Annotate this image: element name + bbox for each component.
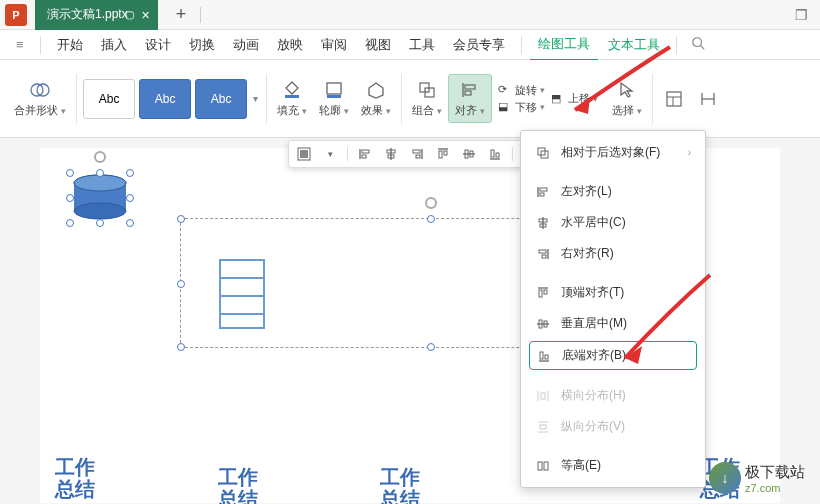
watermark-text: 极下载站 z7.com	[745, 463, 805, 494]
svg-rect-11	[465, 91, 471, 95]
resize-handle[interactable]	[96, 169, 104, 177]
resize-handle[interactable]	[66, 169, 74, 177]
resize-handle[interactable]	[126, 219, 134, 227]
fb-layout-icon[interactable]	[295, 145, 313, 163]
shape-style-1[interactable]: Abc	[83, 79, 135, 119]
divider	[200, 7, 201, 23]
menu-view[interactable]: 视图	[357, 30, 399, 60]
menu-text-tools[interactable]: 文本工具	[600, 30, 668, 60]
align-button[interactable]: 对齐 ▾	[448, 74, 492, 123]
fb-align-top-icon[interactable]	[434, 145, 452, 163]
menu-tools[interactable]: 工具	[401, 30, 443, 60]
resize-handle[interactable]	[126, 194, 134, 202]
dd-align-center-v[interactable]: 垂直居中(M)	[521, 308, 705, 339]
shape-cylinder[interactable]	[70, 173, 130, 223]
fill-button[interactable]: 填充 ▾	[271, 75, 313, 122]
resize-handle[interactable]	[427, 215, 435, 223]
tab-close-icon[interactable]: ×	[142, 7, 150, 23]
dd-align-right[interactable]: 右对齐(R)	[521, 238, 705, 269]
align-icon	[459, 79, 481, 101]
menu-hamburger-icon[interactable]: ≡	[8, 30, 32, 60]
rotate-move-stack: ⟳旋转 ▾ ⬓下移 ▾	[498, 83, 545, 115]
svg-rect-45	[496, 153, 499, 157]
menu-review[interactable]: 审阅	[313, 30, 355, 60]
merge-shapes-icon	[29, 79, 51, 101]
fill-icon	[281, 79, 303, 101]
resize-handle[interactable]	[177, 215, 185, 223]
align-bottom-icon	[536, 348, 552, 364]
dd-equal-height[interactable]: 等高(E)	[521, 450, 705, 481]
move-up-icon: ⬒	[551, 92, 565, 106]
layout-button[interactable]	[657, 84, 691, 114]
svg-rect-66	[545, 355, 548, 359]
watermark: ↓ 极下载站 z7.com	[709, 462, 805, 494]
fb-align-middle-icon[interactable]	[460, 145, 478, 163]
outline-icon	[323, 79, 345, 101]
title-bar: P 演示文稿1.pptx ▢ × + ❐	[0, 0, 820, 30]
text-work-summary-2[interactable]: 工作总结	[218, 466, 258, 504]
menu-transition[interactable]: 切换	[181, 30, 223, 60]
fb-align-left-icon[interactable]	[356, 145, 374, 163]
group-button[interactable]: 组合 ▾	[406, 75, 448, 122]
text-work-summary-1[interactable]: 工作总结	[55, 456, 95, 500]
resize-handle[interactable]	[427, 343, 435, 351]
dd-align-bottom[interactable]: 底端对齐(B)	[529, 341, 697, 370]
menu-member[interactable]: 会员专享	[445, 30, 513, 60]
group-icon	[416, 79, 438, 101]
svg-rect-72	[540, 425, 546, 429]
dd-align-top[interactable]: 顶端对齐(T)	[521, 277, 705, 308]
menu-animation[interactable]: 动画	[225, 30, 267, 60]
search-icon[interactable]	[691, 36, 705, 53]
text-work-summary-3[interactable]: 工作总结	[380, 466, 420, 504]
resize-handle[interactable]	[177, 280, 185, 288]
effect-button[interactable]: 效果 ▾	[355, 75, 397, 122]
menu-design[interactable]: 设计	[137, 30, 179, 60]
resize-handle[interactable]	[96, 219, 104, 227]
separator	[266, 74, 267, 124]
merge-shapes-button[interactable]: 合并形状 ▾	[8, 75, 72, 122]
shape-style-3[interactable]: Abc	[195, 79, 247, 119]
rotate-button[interactable]: ⟳旋转 ▾	[498, 83, 545, 98]
divider	[347, 147, 348, 161]
fb-align-center-icon[interactable]	[382, 145, 400, 163]
dimension-button[interactable]	[691, 84, 725, 114]
dd-align-center-h[interactable]: 水平居中(C)	[521, 207, 705, 238]
move-down-button[interactable]: ⬓下移 ▾	[498, 100, 545, 115]
menu-start[interactable]: 开始	[49, 30, 91, 60]
svg-rect-5	[327, 83, 341, 94]
move-stack: ⬒上移 ▾	[551, 91, 598, 106]
resize-handle[interactable]	[126, 169, 134, 177]
fb-align-bottom-icon[interactable]	[486, 145, 504, 163]
resize-handle[interactable]	[177, 343, 185, 351]
menu-insert[interactable]: 插入	[93, 30, 135, 60]
separator	[652, 74, 653, 124]
shape-style-2[interactable]: Abc	[139, 79, 191, 119]
align-left-icon	[535, 184, 551, 200]
fb-align-right-icon[interactable]	[408, 145, 426, 163]
window-maximize-icon[interactable]: ❐	[795, 7, 808, 23]
resize-handle[interactable]	[66, 219, 74, 227]
svg-rect-39	[444, 151, 447, 155]
style-more-icon[interactable]: ▾	[253, 93, 258, 104]
svg-rect-69	[541, 393, 545, 399]
move-up-button[interactable]: ⬒上移 ▾	[551, 91, 598, 106]
svg-rect-36	[416, 155, 420, 158]
shape-bookshelf[interactable]	[218, 258, 266, 334]
add-tab-button[interactable]: +	[168, 4, 195, 25]
outline-button[interactable]: 轮廓 ▾	[313, 75, 355, 122]
rotation-handle-icon[interactable]	[94, 151, 106, 163]
select-button[interactable]: 选择 ▾	[606, 75, 648, 122]
rotation-handle-icon[interactable]	[425, 197, 437, 209]
align-right-icon	[535, 246, 551, 262]
document-tab[interactable]: 演示文稿1.pptx ▢ ×	[35, 0, 158, 30]
menu-drawing-tools[interactable]: 绘图工具	[530, 29, 598, 61]
fb-caret-icon[interactable]: ▾	[321, 145, 339, 163]
dd-align-left[interactable]: 左对齐(L)	[521, 176, 705, 207]
dd-relative-to-object[interactable]: 相对于后选对象(F) ›	[521, 137, 705, 168]
svg-rect-27	[300, 150, 308, 158]
resize-handle[interactable]	[66, 194, 74, 202]
merge-shapes-label: 合并形状 ▾	[14, 103, 66, 118]
svg-rect-74	[544, 462, 548, 470]
menu-slideshow[interactable]: 放映	[269, 30, 311, 60]
tab-window-icon[interactable]: ▢	[125, 9, 134, 20]
